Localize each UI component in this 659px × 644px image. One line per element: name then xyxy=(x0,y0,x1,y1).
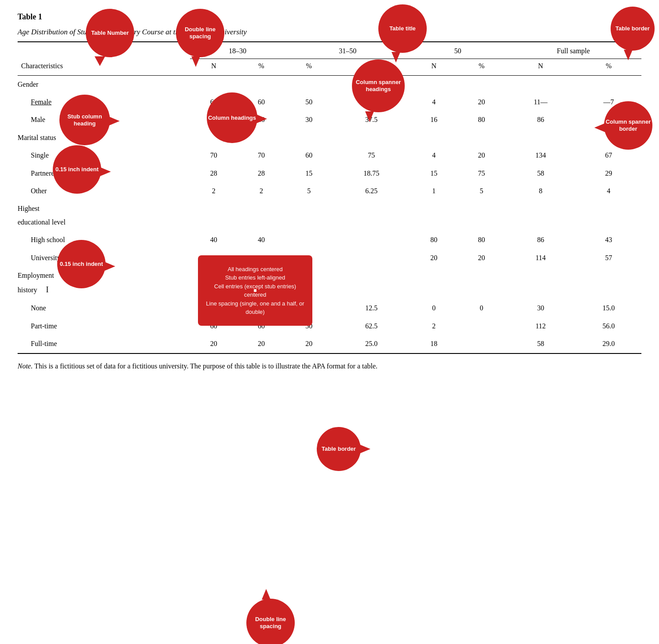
bubble-double-line-top: Double line spacing xyxy=(176,9,224,57)
col-n4: N xyxy=(505,59,576,75)
single-n1: 70 xyxy=(190,147,238,164)
table-row: Part-time 60 60 50 62.5 2 112 56.0 xyxy=(18,317,641,335)
male-n4: 86 xyxy=(505,111,576,129)
female-pct3: 20 xyxy=(458,93,505,111)
bubble-table-number: Table Number xyxy=(86,9,134,57)
university-pct2 xyxy=(333,249,410,267)
parttime-label: Part-time xyxy=(18,317,190,335)
table-row: Highesteducational level xyxy=(18,200,641,231)
university-pct4: 57 xyxy=(576,249,641,267)
col-n3: N xyxy=(410,59,458,75)
fulltime-n1: 20 xyxy=(190,335,238,353)
partnered-pct1: 28 xyxy=(238,165,285,182)
partnered-n2: 15 xyxy=(285,165,333,182)
table-row: Gender xyxy=(18,75,641,93)
bubble-table-title: Table title xyxy=(378,4,427,53)
highschool-pct1: 40 xyxy=(238,231,285,249)
university-n4: 114 xyxy=(505,249,576,267)
female-n4: 11— xyxy=(505,93,576,111)
fulltime-pct2: 25.0 xyxy=(333,335,410,353)
male-n3: 16 xyxy=(410,111,458,129)
none-pct4: 15.0 xyxy=(576,299,641,317)
parttime-pct4: 56.0 xyxy=(576,317,641,335)
bubble-indent-other: 0.15 inch indent xyxy=(57,240,106,288)
university-pct3: 20 xyxy=(458,249,505,267)
marital-label: Marital status xyxy=(18,129,641,147)
partnered-pct3: 75 xyxy=(458,165,505,182)
table-row: High school 40 40 80 80 86 43 xyxy=(18,231,641,249)
other-n3: 1 xyxy=(410,182,458,200)
partnered-n3: 15 xyxy=(410,165,458,182)
single-n3: 4 xyxy=(410,147,458,164)
table-row: Other 2 2 5 6.25 1 5 8 4 xyxy=(18,182,641,200)
single-pct2: 75 xyxy=(333,147,410,164)
female-n3: 4 xyxy=(410,93,458,111)
parttime-pct3 xyxy=(458,317,505,335)
highschool-pct3: 80 xyxy=(458,231,505,249)
fulltime-label: Full-time xyxy=(18,335,190,353)
other-pct2: 6.25 xyxy=(333,182,410,200)
highschool-n3: 80 xyxy=(410,231,458,249)
bubble-spanner-border: Column spanner border xyxy=(604,101,652,150)
table-row: Employmenthistory I xyxy=(18,267,641,300)
note-italic-label: Note. xyxy=(18,362,33,370)
other-pct1: 2 xyxy=(238,182,285,200)
table-row: None 20 20 10 12.5 0 0 30 15.0 xyxy=(18,299,641,317)
bubble-stub-heading: Stub column heading xyxy=(59,95,110,145)
col-pct4: % xyxy=(576,59,641,75)
none-label: None xyxy=(18,299,190,317)
single-pct3: 20 xyxy=(458,147,505,164)
bubble-double-line-bottom: Double line spacing xyxy=(246,599,295,644)
col-pct3: % xyxy=(458,59,505,75)
highschool-pct2 xyxy=(333,231,410,249)
spanner-50plus: 50 xyxy=(410,42,505,59)
col-pct1: % xyxy=(238,59,285,75)
single-n2: 60 xyxy=(285,147,333,164)
male-pct3: 80 xyxy=(458,111,505,129)
none-n3: 0 xyxy=(410,299,458,317)
table-row: Marital status xyxy=(18,129,641,147)
male-n2: 30 xyxy=(285,111,333,129)
partnered-n1: 28 xyxy=(190,165,238,182)
highschool-label: High school xyxy=(18,231,190,249)
partnered-n4: 58 xyxy=(505,165,576,182)
other-label: Other xyxy=(18,182,190,200)
employment-label: Employmenthistory I xyxy=(18,267,641,300)
col-n2: % xyxy=(285,59,333,75)
parttime-n3: 2 xyxy=(410,317,458,335)
bubble-spanner-headings: Column spanner headings xyxy=(352,59,405,112)
gender-label: Gender xyxy=(18,75,641,93)
fulltime-n2: 20 xyxy=(285,335,333,353)
other-pct3: 5 xyxy=(458,182,505,200)
none-pct2: 12.5 xyxy=(333,299,410,317)
parttime-pct2: 62.5 xyxy=(333,317,410,335)
other-n2: 5 xyxy=(285,182,333,200)
bubble-table-border-br: Table border xyxy=(317,427,361,471)
female-n2: 50 xyxy=(285,93,333,111)
parttime-n4: 112 xyxy=(505,317,576,335)
none-n4: 30 xyxy=(505,299,576,317)
note-text: This is a fictitious set of data for a f… xyxy=(34,362,377,370)
other-n4: 8 xyxy=(505,182,576,200)
fulltime-pct3 xyxy=(458,335,505,353)
fulltime-n4: 58 xyxy=(505,335,576,353)
other-pct4: 4 xyxy=(576,182,641,200)
partnered-pct2: 18.75 xyxy=(333,165,410,182)
table-row: Female 60 60 50 62.5 4 20 11— —7 xyxy=(18,93,641,111)
single-n4: 134 xyxy=(505,147,576,164)
page-wrapper: Table 1 Age Distribution of Students in … xyxy=(0,0,659,644)
university-n3: 20 xyxy=(410,249,458,267)
bubble-col-headings: Column headings xyxy=(207,92,257,143)
partnered-pct4: 29 xyxy=(576,165,641,182)
fulltime-pct4: 29.0 xyxy=(576,335,641,353)
single-pct1: 70 xyxy=(238,147,285,164)
single-label: Single xyxy=(18,147,190,164)
data-table: 18–30 31–50 50 Full sample Characteristi… xyxy=(18,41,641,354)
bubble-headings-info: All headings centered Stub entries left-… xyxy=(198,255,312,326)
highschool-n1: 40 xyxy=(190,231,238,249)
education-label: Highesteducational level xyxy=(18,200,641,231)
other-n1: 2 xyxy=(190,182,238,200)
highschool-pct4: 43 xyxy=(576,231,641,249)
bubble-table-border-tr: Table border xyxy=(611,7,655,51)
table-row: Full-time 20 20 20 25.0 18 58 29.0 xyxy=(18,335,641,353)
